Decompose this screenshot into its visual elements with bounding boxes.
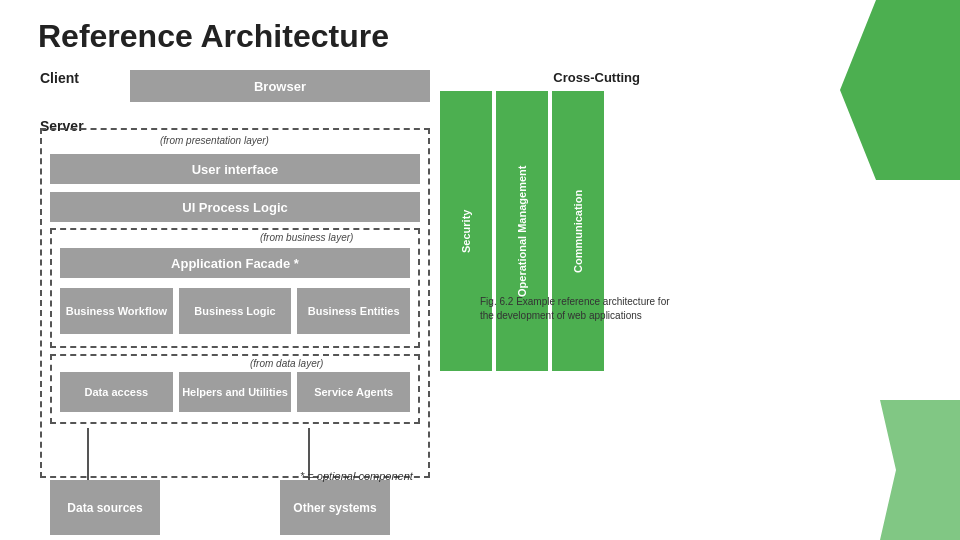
business-logic-label: Business Logic (194, 305, 275, 317)
service-agents-box: Service Agents (297, 372, 410, 412)
security-col: Security (440, 91, 492, 371)
business-logic-box: Business Logic (179, 288, 292, 334)
page-title: Reference Architecture (38, 18, 389, 55)
user-interface-label: User interface (192, 162, 279, 177)
cross-cutting-label: Cross-Cutting (440, 70, 640, 85)
business-workflow-label: Business Workflow (66, 305, 167, 317)
business-workflow-box: Business Workflow (60, 288, 173, 334)
data-sources-label: Data sources (67, 501, 142, 515)
helpers-utilities-box: Helpers and Utilities (179, 372, 292, 412)
cc-columns: Security Operational Management Communic… (440, 91, 640, 371)
from-presentation-label: (from presentation layer) (160, 135, 269, 146)
optional-note: * = optional component (300, 470, 413, 482)
business-entities-box: Business Entities (297, 288, 410, 334)
deco-top-right (840, 0, 960, 180)
communication-col: Communication (552, 91, 604, 371)
service-agents-label: Service Agents (314, 386, 393, 398)
browser-label: Browser (254, 79, 306, 94)
ui-process-logic-box: UI Process Logic (50, 192, 420, 222)
user-interface-box: User interface (50, 154, 420, 184)
other-systems-label: Other systems (293, 501, 376, 515)
from-data-label: (from data layer) (250, 358, 323, 369)
business-entities-label: Business Entities (308, 305, 400, 317)
app-facade-label: Application Facade * (171, 256, 299, 271)
cross-cutting-area: Cross-Cutting Security Operational Manag… (440, 70, 640, 380)
app-facade-box: Application Facade * (60, 248, 410, 278)
helpers-utilities-label: Helpers and Utilities (182, 386, 288, 398)
data-sources-box: Data sources (50, 480, 160, 535)
fig-caption: Fig. 6.2 Example reference architecture … (480, 295, 680, 323)
deco-bottom-right (880, 400, 960, 540)
op-management-col: Operational Management (496, 91, 548, 371)
browser-box: Browser (130, 70, 430, 102)
ui-process-logic-label: UI Process Logic (182, 200, 287, 215)
data-access-label: Data access (85, 386, 149, 398)
business-row: Business Workflow Business Logic Busines… (60, 288, 410, 334)
client-label: Client (40, 70, 79, 86)
from-business-label: (from business layer) (260, 232, 353, 243)
data-row: Data access Helpers and Utilities Servic… (60, 372, 410, 412)
data-access-box: Data access (60, 372, 173, 412)
other-systems-box: Other systems (280, 480, 390, 535)
connector-data-sources (87, 428, 89, 480)
external-row: Data sources Other systems (50, 480, 390, 535)
